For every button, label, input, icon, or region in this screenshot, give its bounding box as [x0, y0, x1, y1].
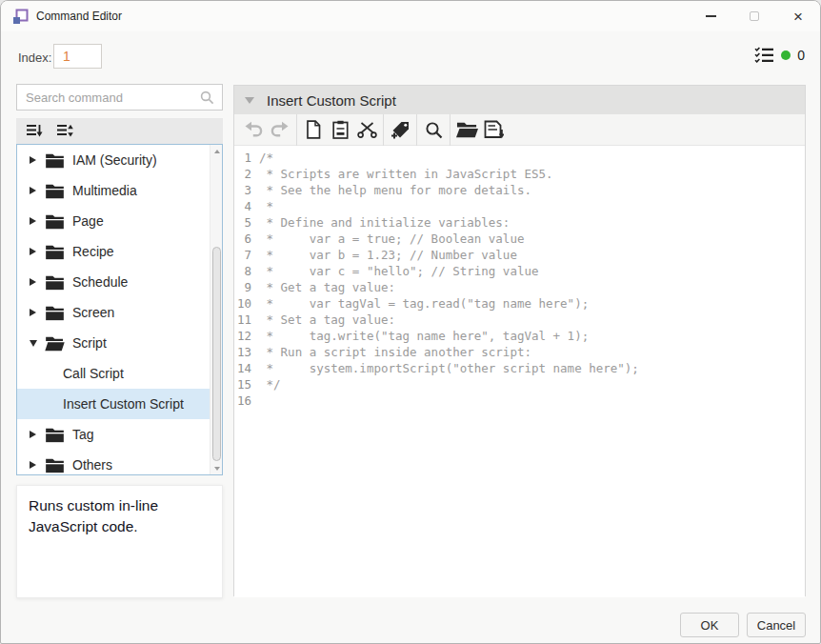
close-button[interactable]: ×	[776, 1, 820, 31]
tree-item-label: Call Script	[63, 366, 124, 381]
editor-header: Insert Custom Script	[234, 86, 805, 114]
tree-item-call-script[interactable]: Call Script	[17, 358, 210, 389]
tree-item-recipe[interactable]: Recipe	[17, 236, 210, 267]
code-line: 6 * var a = true; // Boolean value	[234, 231, 805, 247]
tree-item-label: Recipe	[72, 244, 114, 259]
search-icon	[200, 91, 214, 105]
cut-button[interactable]	[353, 117, 380, 142]
search-input[interactable]	[17, 91, 200, 105]
code-editor[interactable]: 1/* 2 * Scripts are written in JavaScrip…	[234, 147, 805, 597]
editor-panel: Insert Custom Script	[233, 85, 806, 596]
chevron-down-icon[interactable]	[30, 340, 39, 347]
checklist-icon[interactable]	[754, 47, 774, 63]
maximize-button[interactable]	[732, 1, 776, 31]
ok-button[interactable]: OK	[680, 613, 739, 637]
folder-icon	[45, 456, 66, 473]
add-tag-icon	[390, 121, 410, 139]
scroll-down-icon[interactable]	[210, 462, 223, 474]
copy-button[interactable]	[300, 117, 327, 142]
expand-all-button[interactable]	[53, 121, 76, 142]
save-button[interactable]	[480, 117, 507, 142]
collapse-all-button[interactable]	[23, 121, 46, 142]
add-tag-button[interactable]	[387, 117, 413, 142]
toolbar-separator	[296, 114, 297, 146]
chevron-right-icon[interactable]	[30, 248, 39, 255]
collapse-all-icon	[26, 124, 43, 138]
titlebar: Command Editor ×	[1, 1, 820, 31]
code-line: 8 * var c = "hello"; // String value	[234, 263, 805, 279]
folder-icon	[45, 182, 66, 199]
code-line: 12 * tag.write("tag name here", tagVal +…	[234, 328, 805, 344]
folder-icon	[45, 273, 66, 291]
find-button[interactable]	[420, 117, 447, 142]
command-description-panel: Runs custom in-line JavaScript code.	[16, 485, 223, 598]
code-line: 11 * Set a tag value:	[234, 312, 805, 328]
cancel-button[interactable]: Cancel	[747, 613, 806, 637]
tree-toolbar	[16, 118, 223, 144]
scrollbar-thumb[interactable]	[212, 247, 221, 461]
folder-icon	[45, 151, 66, 169]
code-line: 9 * Get a tag value:	[234, 279, 805, 295]
tree-item-label: Others	[72, 457, 112, 473]
scroll-up-icon[interactable]	[210, 145, 223, 157]
tree-item-others[interactable]: Others	[17, 450, 210, 475]
minimize-icon	[706, 15, 716, 17]
status-dot	[781, 50, 791, 60]
chevron-right-icon[interactable]	[30, 461, 39, 469]
chevron-right-icon[interactable]	[30, 278, 39, 286]
tree-item-label: Screen	[72, 305, 114, 320]
search-box	[16, 84, 223, 111]
maximize-icon	[750, 11, 759, 21]
tree-item-label: Page	[72, 213, 104, 229]
paste-button[interactable]	[327, 117, 353, 142]
copy-icon	[305, 120, 322, 139]
close-icon: ×	[793, 9, 803, 25]
collapse-panel-icon[interactable]	[245, 97, 254, 104]
tree-item-schedule[interactable]: Schedule	[17, 267, 210, 297]
code-line: 3 * See the help menu for more details.	[234, 182, 805, 198]
app-logo-icon	[12, 9, 29, 25]
command-description: Runs custom in-line JavaScript code.	[29, 495, 210, 537]
code-line: 5 * Define and initialize variables:	[234, 214, 805, 231]
code-line: 15 */	[234, 376, 805, 392]
chevron-right-icon[interactable]	[30, 309, 39, 316]
minimize-button[interactable]	[689, 1, 732, 31]
code-line: 4 *	[234, 198, 805, 214]
editor-toolbar	[234, 114, 805, 146]
command-tree: IAM (Security) Multimedia Page Recipe Sc	[16, 144, 223, 475]
code-line: 1/*	[234, 150, 805, 166]
tree-item-screen[interactable]: Screen	[17, 297, 210, 328]
open-folder-icon	[45, 334, 66, 352]
undo-button[interactable]	[240, 117, 267, 142]
chevron-right-icon[interactable]	[30, 217, 39, 225]
code-line: 14 * system.importScript("other script n…	[234, 360, 805, 376]
open-button[interactable]	[453, 117, 480, 142]
tree-item-script[interactable]: Script	[17, 328, 210, 358]
index-input[interactable]	[53, 44, 102, 69]
code-line: 7 * var b = 1.23; // Number value	[234, 247, 805, 263]
cut-icon	[357, 121, 377, 138]
toolbar-separator	[383, 114, 384, 146]
folder-icon	[45, 426, 66, 443]
folder-icon	[45, 304, 66, 321]
undo-icon	[244, 121, 263, 138]
save-icon	[484, 120, 504, 139]
folder-icon	[45, 243, 66, 260]
chevron-right-icon[interactable]	[30, 156, 39, 164]
expand-all-icon	[56, 124, 73, 138]
tree-item-insert-custom-script[interactable]: Insert Custom Script	[17, 389, 210, 419]
redo-button[interactable]	[267, 117, 293, 142]
tree-item-page[interactable]: Page	[17, 206, 210, 236]
code-line: 10 * var tagVal = tag.read("tag name her…	[234, 295, 805, 312]
tree-item-label: Script	[72, 335, 107, 351]
chevron-right-icon[interactable]	[30, 187, 39, 194]
tree-item-tag[interactable]: Tag	[17, 419, 210, 450]
status-count: 0	[797, 48, 805, 63]
tree-item-iam-security[interactable]: IAM (Security)	[17, 145, 210, 175]
toolbar-separator	[416, 114, 417, 146]
tree-item-multimedia[interactable]: Multimedia	[17, 175, 210, 206]
tree-scrollbar[interactable]	[210, 145, 222, 474]
window-title: Command Editor	[36, 10, 122, 23]
chevron-right-icon[interactable]	[30, 431, 39, 438]
tree-item-label: Schedule	[72, 274, 128, 290]
